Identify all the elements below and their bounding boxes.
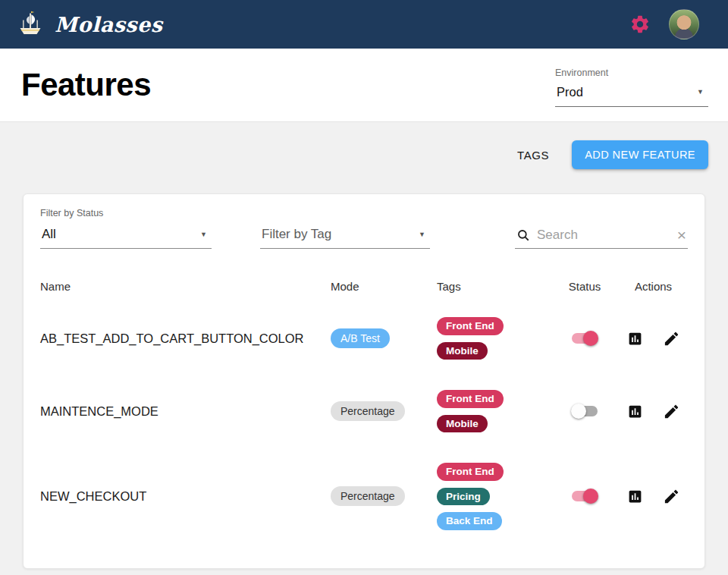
tag-filter: Filter by Tag ▼ <box>260 225 430 249</box>
brand: Molasses <box>17 11 162 38</box>
column-header-name: Name <box>40 280 331 293</box>
status-filter: Filter by Status All ▼ <box>40 208 212 249</box>
search-box: × <box>515 227 688 249</box>
feature-name: AB_TEST_ADD_TO_CART_BUTTON_COLOR <box>40 331 331 346</box>
environment-value: Prod <box>557 85 583 99</box>
environment-select[interactable]: Prod ▼ <box>555 83 708 107</box>
environment-label: Environment <box>555 68 708 78</box>
table-row: NEW_CHECKOUT Percentage Front End Pricin… <box>40 448 688 545</box>
page-header: Features Environment Prod ▼ <box>0 49 728 122</box>
tag-badge: Back End <box>437 512 502 530</box>
pencil-icon[interactable] <box>663 403 680 420</box>
tag-filter-select[interactable]: Filter by Tag ▼ <box>260 225 430 249</box>
tag-badge: Pricing <box>437 488 490 506</box>
chevron-down-icon: ▼ <box>697 89 704 96</box>
mode-badge: Percentage <box>331 486 405 506</box>
feature-name: NEW_CHECKOUT <box>40 489 331 504</box>
pencil-icon[interactable] <box>663 488 680 505</box>
feature-name: MAINTENCE_MODE <box>40 404 331 419</box>
ship-logo-icon <box>17 11 44 38</box>
features-table: Name Mode Tags Status Actions AB_TEST_AD… <box>40 270 688 545</box>
toggle-thumb <box>571 404 586 419</box>
column-header-tags: Tags <box>437 280 551 293</box>
status-filter-label: Filter by Status <box>40 208 212 218</box>
tag-badge: Mobile <box>437 342 488 360</box>
tag-badge: Mobile <box>437 415 488 433</box>
mode-badge: Percentage <box>331 401 405 421</box>
navbar-right <box>629 9 699 39</box>
search-input[interactable] <box>537 228 670 243</box>
mode-badge: A/B Test <box>331 328 390 348</box>
tags-button[interactable]: TAGS <box>517 149 549 162</box>
column-header-actions: Actions <box>619 280 688 293</box>
bar-chart-icon[interactable] <box>627 331 643 347</box>
tag-badge: Front End <box>437 390 504 408</box>
pencil-icon[interactable] <box>663 330 680 347</box>
table-row: MAINTENCE_MODE Percentage Front End Mobi… <box>40 375 688 448</box>
tag-filter-placeholder: Filter by Tag <box>262 227 331 242</box>
add-new-feature-button[interactable]: ADD NEW FEATURE <box>572 140 708 169</box>
gear-icon[interactable] <box>629 14 651 35</box>
chevron-down-icon: ▼ <box>200 231 207 238</box>
table-header-row: Name Mode Tags Status Actions <box>40 270 688 302</box>
filters-row: Filter by Status All ▼ Filter by Tag ▼ <box>40 208 688 249</box>
close-icon[interactable]: × <box>677 227 686 243</box>
column-header-mode: Mode <box>331 280 437 293</box>
status-filter-select[interactable]: All ▼ <box>40 225 212 249</box>
chevron-down-icon: ▼ <box>419 231 425 238</box>
status-toggle[interactable] <box>571 404 598 419</box>
toggle-thumb <box>583 489 598 504</box>
status-toggle[interactable] <box>571 331 598 346</box>
navbar: Molasses <box>0 0 728 49</box>
table-row: AB_TEST_ADD_TO_CART_BUTTON_COLOR A/B Tes… <box>40 302 688 375</box>
bar-chart-icon[interactable] <box>627 489 643 504</box>
bar-chart-icon[interactable] <box>627 404 643 419</box>
brand-name: Molasses <box>55 13 162 36</box>
toolbar: TAGS ADD NEW FEATURE <box>18 140 710 169</box>
status-toggle[interactable] <box>571 489 598 504</box>
search-icon <box>516 228 530 242</box>
status-filter-value: All <box>42 227 56 242</box>
tag-badge: Front End <box>437 463 504 481</box>
avatar[interactable] <box>669 9 699 39</box>
features-card: Filter by Status All ▼ Filter by Tag ▼ <box>23 193 705 569</box>
column-header-status: Status <box>569 280 601 293</box>
page-title: Features <box>21 67 151 103</box>
tag-badge: Front End <box>437 317 504 335</box>
environment-block: Environment Prod ▼ <box>555 63 708 107</box>
content: TAGS ADD NEW FEATURE Filter by Status Al… <box>0 122 728 569</box>
toggle-thumb <box>583 331 598 346</box>
